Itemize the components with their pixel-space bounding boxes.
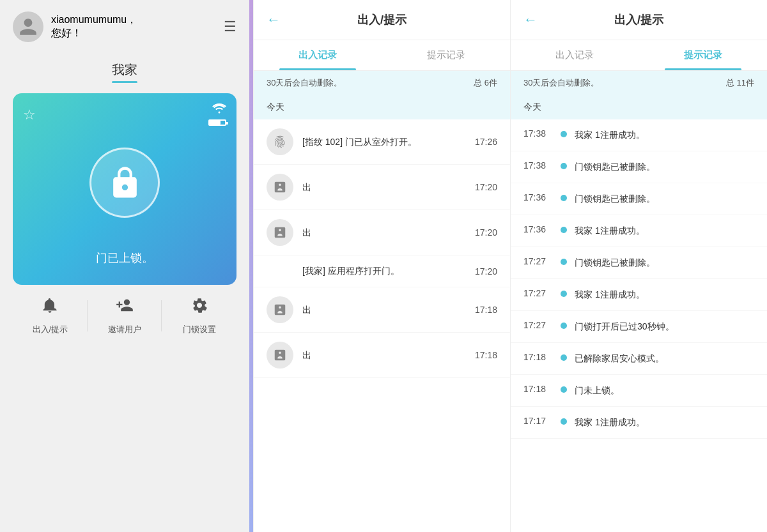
user-plus-icon (116, 296, 134, 319)
notif-time: 17:38 (523, 160, 553, 171)
sidebar-header: xiaomumumumu， 您好！ ☰ (0, 0, 249, 54)
notif-dot (561, 386, 567, 393)
gear-icon (190, 296, 208, 319)
record-time: 17:18 (475, 305, 497, 315)
action-alert-label: 出入/提示 (33, 324, 68, 335)
right-panel-header: ← 出入/提示 (511, 0, 767, 40)
right-panel-title: 出入/提示 (545, 12, 732, 27)
action-alert[interactable]: 出入/提示 (13, 296, 88, 335)
right-count: 总 11件 (726, 77, 754, 89)
right-today-header: 今天 (511, 95, 767, 119)
tab-entry-right[interactable]: 出入记录 (511, 40, 639, 70)
notif-text: 门锁钥匙已被删除。 (575, 256, 655, 270)
record-text: 出 (302, 226, 466, 239)
notif-text: 已解除家居安心模式。 (575, 352, 664, 365)
notif-dot (561, 163, 567, 169)
notif-item: 17:18 门未上锁。 (511, 375, 767, 407)
notif-item: 17:17 我家 1注册成功。 (511, 407, 767, 439)
record-time: 17:20 (475, 266, 497, 277)
right-info-bar: 30天后会自动删除。 总 11件 (511, 71, 767, 95)
lock-status: 门已上锁。 (96, 250, 153, 266)
notif-text: 门锁钥匙已被删除。 (575, 160, 655, 174)
notif-text: 门未上锁。 (575, 384, 619, 397)
left-info-bar: 30天后会自动删除。 总 6件 (254, 71, 510, 95)
lock-card-top-icons: ☆ (23, 103, 226, 126)
notif-time: 17:27 (523, 256, 553, 266)
notif-dot (561, 195, 567, 201)
username: xiaomumumumu， (51, 13, 137, 27)
record-item: 出 17:18 (254, 333, 510, 378)
right-notification-list: 17:38 我家 1注册成功。 17:38 门锁钥匙已被删除。 17:36 门锁… (511, 119, 767, 532)
action-settings-label: 门锁设置 (183, 324, 216, 335)
left-auto-delete: 30天后会自动删除。 (267, 77, 342, 89)
left-tab-bar: 出入记录 提示记录 (254, 40, 510, 71)
record-item: [我家] 应用程序打开门。 17:20 (254, 255, 510, 287)
user-info: xiaomumumumu， 您好！ (13, 11, 137, 42)
record-text: [我家] 应用程序打开门。 (302, 264, 466, 278)
wifi-icon (212, 103, 226, 117)
record-item: 出 17:20 (254, 165, 510, 210)
tab-entry-left[interactable]: 出入记录 (254, 40, 382, 70)
notif-item: 17:36 门锁钥匙已被删除。 (511, 183, 767, 215)
user-text: xiaomumumumu， 您好！ (51, 13, 137, 40)
right-tab-bar: 出入记录 提示记录 (511, 40, 767, 71)
door-icon (267, 296, 293, 323)
notif-time: 17:18 (523, 384, 553, 394)
bell-icon (41, 296, 59, 319)
lock-card[interactable]: ☆ 门已上锁。 (13, 93, 236, 285)
sidebar: xiaomumumumu， 您好！ ☰ 我家 ☆ (0, 0, 249, 532)
left-panel-title: 出入/提示 (288, 12, 476, 27)
record-time: 17:20 (475, 182, 497, 192)
home-underline (112, 81, 137, 83)
notif-dot (561, 131, 567, 137)
notif-text: 我家 1注册成功。 (575, 224, 645, 238)
notif-time: 17:27 (523, 288, 553, 298)
battery-icon (208, 119, 226, 126)
record-item: [指纹 102] 门已从室外打开。 17:26 (254, 119, 510, 165)
action-bar: 出入/提示 邀请用户 门锁设置 (13, 285, 236, 347)
home-title: 我家 (0, 54, 249, 81)
notif-time: 17:38 (523, 128, 553, 139)
notif-time: 17:36 (523, 192, 553, 202)
notif-item: 17:27 门锁钥匙已被删除。 (511, 247, 767, 279)
record-text: 出 (302, 349, 466, 362)
right-panel: ← 出入/提示 出入记录 提示记录 30天后会自动删除。 总 11件 今天 17… (510, 0, 767, 532)
record-time: 17:20 (475, 227, 497, 238)
notif-text: 门锁打开后已过30秒钟。 (575, 320, 674, 333)
notif-time: 17:18 (523, 352, 553, 362)
notif-time: 17:17 (523, 416, 553, 426)
right-back-button[interactable]: ← (523, 11, 538, 28)
notif-dot (561, 227, 567, 233)
notif-text: 我家 1注册成功。 (575, 288, 645, 301)
notif-item: 17:18 已解除家居安心模式。 (511, 343, 767, 375)
notif-dot (561, 354, 567, 361)
star-icon: ☆ (23, 107, 36, 123)
notif-text: 我家 1注册成功。 (575, 128, 645, 142)
record-text: 出 (302, 303, 466, 317)
fingerprint-icon (267, 128, 293, 155)
menu-icon[interactable]: ☰ (224, 20, 236, 34)
left-panel-header: ← 出入/提示 (254, 0, 510, 40)
notif-dot (561, 259, 567, 265)
record-item: 出 17:20 (254, 210, 510, 255)
lock-icon (107, 165, 143, 201)
left-record-list: [指纹 102] 门已从室外打开。 17:26 出 17:20 出 17:20 (254, 119, 510, 532)
greeting: 您好！ (51, 27, 137, 40)
record-time: 17:18 (475, 350, 497, 360)
action-invite[interactable]: 邀请用户 (88, 296, 162, 335)
door-icon (267, 342, 293, 369)
tab-notification-right[interactable]: 提示记录 (639, 40, 768, 70)
left-count: 总 6件 (474, 77, 497, 89)
record-text: [指纹 102] 门已从室外打开。 (302, 135, 466, 149)
record-item: 出 17:18 (254, 287, 510, 333)
left-back-button[interactable]: ← (267, 11, 281, 28)
action-settings[interactable]: 门锁设置 (162, 296, 236, 335)
notif-dot (561, 291, 567, 297)
left-panel: ← 出入/提示 出入记录 提示记录 30天后会自动删除。 总 6件 今天 [指纹… (253, 0, 510, 532)
notif-dot (561, 418, 567, 425)
notif-dot (561, 323, 567, 329)
tab-notification-left[interactable]: 提示记录 (382, 40, 511, 70)
left-today-header: 今天 (254, 95, 510, 119)
record-time: 17:26 (475, 137, 497, 147)
record-text: 出 (302, 181, 466, 194)
